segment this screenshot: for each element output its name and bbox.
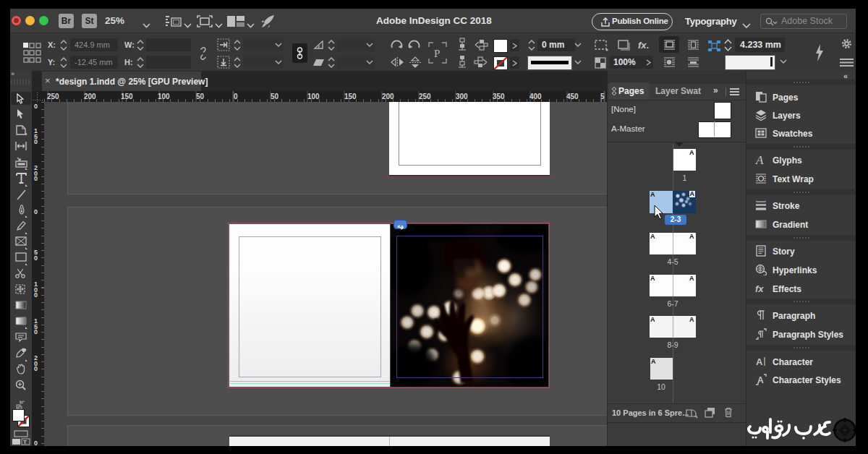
svg-text:fx: fx bbox=[755, 283, 764, 294]
svg-text:T: T bbox=[23, 439, 27, 445]
svg-text:P: P bbox=[434, 48, 440, 59]
svg-text:A: A bbox=[756, 356, 763, 367]
svg-text:A: A bbox=[755, 154, 764, 166]
